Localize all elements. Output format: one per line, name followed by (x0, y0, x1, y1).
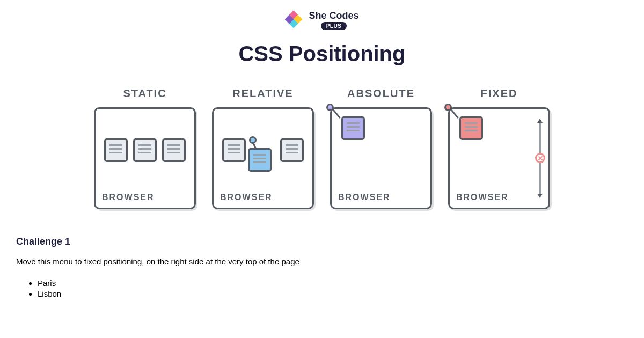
column-title: RELATIVE (232, 87, 293, 100)
fixed-card (459, 116, 483, 140)
browser-label: BROWSER (338, 193, 391, 202)
logo-icon (285, 11, 304, 30)
static-card (104, 138, 128, 162)
relative-row (214, 138, 312, 162)
challenge-heading: Challenge 1 (16, 236, 628, 247)
brand-badge: PLUS (321, 22, 347, 30)
browser-label: BROWSER (456, 193, 509, 202)
brand-logo: She Codes PLUS (285, 11, 358, 30)
static-card (162, 138, 186, 162)
static-card (133, 138, 157, 162)
browser-box-relative: BROWSER (212, 107, 314, 209)
challenge-section: Challenge 1 Move this menu to fixed posi… (0, 209, 644, 299)
absolute-pin-icon (326, 104, 334, 111)
fixed-pin-icon (444, 104, 452, 111)
column-title: STATIC (123, 87, 166, 100)
page-title: CSS Positioning (0, 42, 644, 66)
column-relative: RELATIVE BROWSER (212, 87, 314, 209)
challenge-instructions: Move this menu to fixed positioning, on … (16, 257, 628, 266)
column-static: STATIC BROWSER (94, 87, 196, 209)
relative-card (280, 138, 304, 162)
pin-connector (332, 108, 340, 119)
brand-text-block: She Codes PLUS (309, 11, 358, 30)
list-item: Lisbon (38, 289, 628, 299)
browser-box-absolute: BROWSER (330, 107, 432, 209)
browser-box-static: BROWSER (94, 107, 196, 209)
relative-pin-icon (249, 136, 257, 144)
header: She Codes PLUS CSS Positioning (0, 0, 644, 66)
column-title: FIXED (481, 87, 518, 100)
column-absolute: ABSOLUTE BROWSER (330, 87, 432, 209)
pin-connector (450, 108, 458, 119)
browser-label: BROWSER (220, 193, 273, 202)
relative-card (222, 138, 246, 162)
list-item: Paris (38, 278, 628, 289)
column-fixed: FIXED BROWSER (448, 87, 550, 209)
scrollbar-icon (539, 122, 541, 194)
absolute-card (341, 116, 365, 140)
brand-name: She Codes (309, 11, 358, 20)
relative-moved-card (248, 148, 272, 172)
static-row (96, 138, 194, 162)
column-title: ABSOLUTE (347, 87, 415, 100)
browser-box-fixed: BROWSER (448, 107, 550, 209)
browser-label: BROWSER (102, 193, 155, 202)
challenge-menu: Paris Lisbon (16, 278, 628, 299)
positioning-diagram: STATIC BROWSER RELATIVE BROWSER (0, 87, 644, 209)
scroll-lock-icon (535, 153, 545, 163)
